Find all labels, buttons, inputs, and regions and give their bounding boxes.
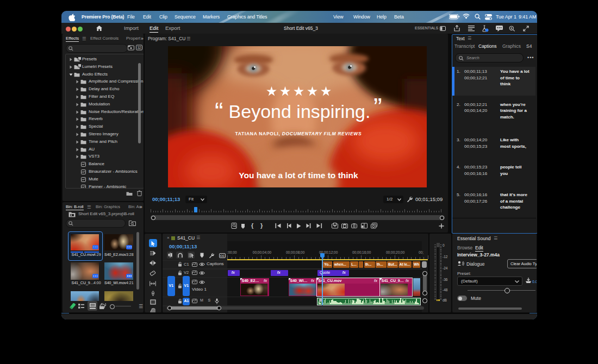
svg-text:TATIANA NAPOLI, DOCUMENTARY FI: TATIANA NAPOLI, DOCUMENTARY FILM REVIEWS <box>235 131 362 136</box>
svg-text:”: ” <box>373 92 382 121</box>
svg-text:You have a lot of time to thin: You have a lot of time to think <box>239 171 358 180</box>
svg-text:Beyond inspiring.: Beyond inspiring. <box>229 101 371 122</box>
svg-text:CC: CC <box>220 254 225 258</box>
svg-text:“: “ <box>215 97 223 125</box>
svg-text:32: 32 <box>137 46 141 49</box>
